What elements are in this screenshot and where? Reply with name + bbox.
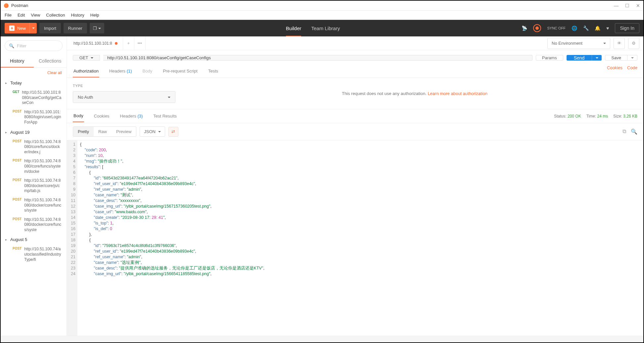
view-raw[interactable]: Raw — [94, 127, 112, 136]
cookies-link[interactable]: Cookies — [607, 65, 622, 77]
status-value: 200 OK — [568, 114, 581, 119]
save-button[interactable]: Save — [605, 55, 627, 61]
window-title: Postman — [11, 3, 614, 8]
sync-badge-icon[interactable] — [533, 24, 541, 32]
window-icon: ❐ — [93, 26, 97, 31]
main-toolbar: +New Import Runner ❐ Builder Team Librar… — [1, 20, 643, 36]
tab-overflow-button[interactable]: ••• — [134, 36, 146, 50]
close-button[interactable]: ✕ — [636, 3, 640, 8]
chevron-down-icon — [168, 95, 170, 100]
signin-button[interactable]: Sign In — [615, 23, 639, 33]
env-preview-icon[interactable]: 👁 — [614, 38, 625, 49]
auth-message: This request does not use any authorizat… — [192, 84, 637, 103]
history-item[interactable]: POSThttp://10.51.100.101:8080/login/user… — [1, 108, 67, 127]
globe-icon[interactable]: 🌐 — [572, 25, 577, 31]
env-settings-icon[interactable]: ⚙ — [628, 38, 639, 49]
reqtab-tests[interactable]: Tests — [207, 65, 219, 77]
maximize-button[interactable]: ☐ — [625, 3, 629, 8]
sidebar-tab-history[interactable]: History — [1, 55, 34, 68]
history-item[interactable]: POSThttp://10.51.100.74:8080/docker/core… — [1, 215, 67, 235]
auth-learn-more-link[interactable]: Learn more about authorization — [428, 91, 487, 96]
history-url: http://10.51.100.74:8080/docker/core/fun… — [24, 217, 62, 233]
satellite-icon[interactable]: 📡 — [522, 25, 527, 31]
history-url: http://10.51.100.101:8080/caseConfig/get… — [22, 90, 62, 106]
history-group[interactable]: August 5 — [1, 234, 67, 245]
url-input[interactable]: http://10.51.100.101:8080/caseConfig/get… — [103, 55, 532, 61]
bell-icon[interactable]: 🔔 — [595, 25, 600, 31]
history-item[interactable]: POSThttp://10.51.100.74:8080/docker/core… — [1, 196, 67, 215]
reqtab-body[interactable]: Body — [142, 65, 153, 77]
reqtab-prerequest[interactable]: Pre-request Script — [162, 65, 198, 77]
search-icon: 🔍 — [9, 43, 14, 48]
menu-history[interactable]: History — [71, 13, 84, 18]
new-dropdown[interactable] — [29, 23, 37, 33]
new-window-button[interactable]: ❐ — [90, 23, 104, 33]
filter-input[interactable]: 🔍Filter — [5, 40, 63, 51]
request-tab[interactable]: http://10.51.100.101:8 — [68, 36, 123, 50]
time-value: 24 ms — [597, 114, 608, 119]
clear-all-link[interactable]: Clear all — [1, 68, 67, 78]
save-dropdown[interactable] — [627, 55, 637, 61]
history-item[interactable]: POSThttp://10.51.100.74:8080/core/funcs/… — [1, 137, 67, 157]
import-button[interactable]: Import — [39, 23, 61, 33]
resptab-cookies[interactable]: Cookies — [93, 110, 110, 122]
auth-type-label: TYPE — [73, 84, 179, 88]
history-method: POST — [13, 217, 22, 233]
nav-team-library[interactable]: Team Library — [311, 25, 340, 31]
status-bar — [1, 336, 643, 342]
code-link[interactable]: Code — [627, 65, 637, 77]
menu-view[interactable]: View — [31, 13, 40, 18]
wrench-icon[interactable]: 🔧 — [583, 25, 589, 31]
request-tabs: http://10.51.100.101:8 + ••• No Environm… — [67, 36, 643, 50]
window-titlebar: Postman — ☐ ✕ — [1, 1, 643, 11]
minimize-button[interactable]: — — [614, 3, 619, 8]
tab-label: http://10.51.100.101:8 — [73, 41, 112, 46]
chevron-down-icon — [91, 55, 93, 60]
history-item[interactable]: POSThttp://10.51.100.74:8080/docker/core… — [1, 176, 67, 196]
menu-help[interactable]: Help — [90, 13, 99, 18]
environment-select[interactable]: No Environment — [547, 38, 610, 49]
unsaved-dot-icon — [115, 42, 117, 45]
history-item[interactable]: POSThttp://10.51.100.74/autoclassified/i… — [1, 245, 67, 264]
heart-icon[interactable]: ♥ — [606, 25, 609, 31]
menu-file[interactable]: File — [5, 13, 12, 18]
view-preview[interactable]: Preview — [112, 127, 136, 136]
size-value: 3.26 KB — [623, 114, 637, 119]
search-response-icon[interactable]: 🔍 — [631, 128, 637, 135]
plus-icon: + — [9, 25, 15, 31]
resptab-tests[interactable]: Test Results — [153, 110, 177, 122]
reqtab-authorization[interactable]: Authorization — [73, 65, 99, 77]
history-url: http://10.51.100.74:8080/docker/core/fun… — [24, 198, 62, 213]
history-url: http://10.51.100.74/autoclassified/indus… — [24, 247, 62, 262]
new-tab-button[interactable]: + — [123, 36, 134, 50]
history-item[interactable]: GEThttp://10.51.100.101:8080/caseConfig/… — [1, 88, 67, 108]
menu-edit[interactable]: Edit — [18, 13, 25, 18]
reqtab-headers[interactable]: Headers (1) — [109, 65, 133, 77]
history-url: http://10.51.100.74:8080/docker/core/js/… — [24, 178, 62, 194]
copy-icon[interactable]: ⧉ — [622, 128, 626, 135]
wrap-lines-icon[interactable]: ⇄ — [168, 127, 178, 137]
sidebar-tab-collections[interactable]: Collections — [34, 55, 67, 68]
runner-button[interactable]: Runner — [64, 23, 87, 33]
menu-collection[interactable]: Collection — [46, 13, 65, 18]
auth-type-select[interactable]: No Auth — [73, 91, 175, 103]
main-panel: http://10.51.100.101:8 + ••• No Environm… — [67, 36, 643, 336]
send-dropdown[interactable] — [592, 55, 602, 61]
history-group[interactable]: Today — [1, 78, 67, 88]
params-button[interactable]: Params — [536, 55, 563, 61]
response-body[interactable]: 123456789101112131415161718192021222324 … — [67, 140, 643, 336]
view-pretty[interactable]: Pretty — [73, 127, 94, 136]
resptab-headers[interactable]: Headers (3) — [119, 110, 144, 122]
postman-logo-icon — [4, 3, 9, 8]
history-group[interactable]: August 19 — [1, 127, 67, 137]
http-method-select[interactable]: GET — [73, 55, 100, 61]
format-select[interactable]: JSON — [140, 126, 165, 137]
nav-builder[interactable]: Builder — [286, 25, 301, 36]
resptab-body[interactable]: Body — [73, 110, 84, 122]
view-mode-segment: Pretty Raw Preview — [73, 126, 136, 137]
new-button[interactable]: +New — [5, 23, 30, 33]
history-item[interactable]: POSThttp://10.51.100.74:8080/core/funcs/… — [1, 157, 67, 176]
history-method: POST — [13, 159, 22, 174]
history-url: http://10.51.100.101:8080/login/userLogi… — [24, 110, 62, 125]
send-button[interactable]: Send — [567, 55, 592, 61]
